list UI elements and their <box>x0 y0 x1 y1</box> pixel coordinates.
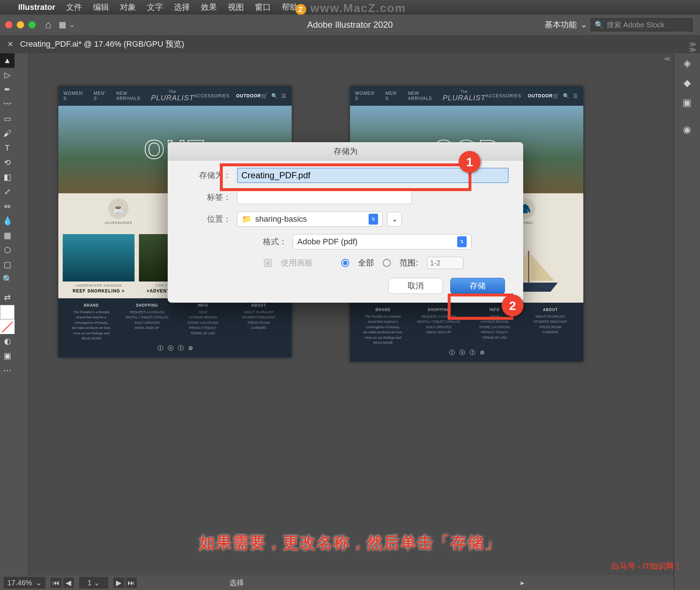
instruction-text: 如果需要，更改名称，然后单击「存储」 <box>199 532 501 554</box>
canvas-area[interactable]: ≪ WOMEN' SMEN' SNEW ARRIVALS ThePLURALIS… <box>29 53 700 590</box>
status-bar: 17.46%⌄ ⏮ ◀ 1 ⌄ ▶ ⏭ 选择 ▸ <box>0 575 674 590</box>
window-maximize-button[interactable] <box>28 21 36 28</box>
mockup-header: WOMEN' SMEN' SNEW ARRIVALS ThePLURALIST … <box>58 86 292 106</box>
menu-file[interactable]: 文件 <box>66 2 82 13</box>
window-close-button[interactable] <box>5 21 12 28</box>
menu-select[interactable]: 选择 <box>174 2 190 13</box>
paintbrush-tool[interactable]: 🖌 <box>0 126 15 141</box>
chevron-right-icon: ▸ <box>521 578 524 587</box>
stroke-color[interactable] <box>0 319 15 334</box>
direct-selection-tool[interactable]: ▷ <box>0 68 15 82</box>
app-title: Adobe Illustrator 2020 <box>307 20 393 30</box>
next-artboard-button[interactable]: ▶ <box>113 578 124 588</box>
edit-toolbar[interactable]: ⋯ <box>0 363 15 378</box>
updown-arrows-icon: ⇅ <box>369 214 378 225</box>
curvature-tool[interactable]: 〰 <box>0 97 15 112</box>
mockup-header: WOMEN' SMEN' SNEW ARRIVALS ThePLURALIST … <box>350 86 583 106</box>
home-icon[interactable]: ⌂ <box>45 19 51 31</box>
tags-input[interactable] <box>237 190 412 204</box>
menu-view[interactable]: 视图 <box>228 2 244 13</box>
location-expand-button[interactable]: ⌄ <box>387 212 402 226</box>
social-icons: ⓣⓥⓕ⊛ <box>355 349 578 357</box>
social-icons: ⓣⓥⓕ⊛ <box>63 345 287 352</box>
layers-panel-icon[interactable]: ◆ <box>674 73 700 93</box>
selection-tool[interactable]: ▲ <box>0 53 15 68</box>
comments-panel-icon[interactable]: ◉ <box>674 120 700 139</box>
eraser-tool[interactable]: ◧ <box>0 170 15 185</box>
format-select[interactable]: Adobe PDF (pdf) ⇅ <box>293 234 471 249</box>
menu-edit[interactable]: 编辑 <box>93 2 109 13</box>
watermark-top: Z www.MacZ.com <box>295 1 406 15</box>
workspace-switcher[interactable]: 基本功能 ⌄ <box>545 19 587 30</box>
tags-label: 标签： <box>182 192 237 203</box>
zoom-tool[interactable]: 🔍 <box>0 272 15 287</box>
callout-1: 1 <box>459 151 481 173</box>
location-label: 位置： <box>182 214 237 225</box>
shape-builder-tool[interactable]: ⬡ <box>0 243 15 257</box>
menu-effect[interactable]: 效果 <box>201 2 217 13</box>
fill-stroke-swap[interactable]: ⇄ <box>0 290 15 305</box>
search-icon: 🔍 <box>595 20 604 29</box>
prev-artboard-button[interactable]: ◀ <box>63 578 74 588</box>
tools-panel: ▲ ▷ ✒ 〰 ▭ 🖌 T ⟲ ◧ ⤢ ⇔ 💧 ▦ ⬡ ▢ 🔍 ⇄ ◐ ▣ ⋯ <box>0 53 29 590</box>
main-area: ▲ ▷ ✒ 〰 ▭ 🖌 T ⟲ ◧ ⤢ ⇔ 💧 ▦ ⬡ ▢ 🔍 ⇄ ◐ ▣ ⋯ … <box>0 53 700 590</box>
search-placeholder: 搜索 Adobe Stock <box>607 20 665 30</box>
artboard-tool[interactable]: ▢ <box>0 257 15 272</box>
width-tool[interactable]: ⇔ <box>0 199 15 214</box>
panels-dock: ≫ ◈ ◆ ▣ ◉ <box>674 53 700 590</box>
screen-mode[interactable]: ▣ <box>0 349 15 363</box>
gradient-tool[interactable]: ▦ <box>0 228 15 243</box>
rotate-tool[interactable]: ⟲ <box>0 155 15 170</box>
last-artboard-button[interactable]: ⏭ <box>126 578 137 588</box>
scale-tool[interactable]: ⤢ <box>0 185 15 199</box>
adobe-stock-search[interactable]: 🔍 搜索 Adobe Stock <box>591 18 693 31</box>
window-traffic-lights <box>5 21 36 28</box>
range-input[interactable] <box>427 257 463 269</box>
watermark-bottom: 白马号 - IT知识网！ <box>611 561 682 572</box>
mockup-footer: BRANDThe Pluralist is a lifestylebrand t… <box>350 303 583 362</box>
save-button[interactable]: 存储 <box>450 278 505 294</box>
app-menu[interactable]: Illustrator <box>18 3 55 12</box>
pen-tool[interactable]: ✒ <box>0 82 15 97</box>
arrange-documents-button[interactable]: ▦ ⌄ <box>59 20 75 30</box>
document-tab-title[interactable]: Creating_PDF.ai* @ 17.46% (RGB/GPU 预览) <box>20 39 184 50</box>
format-label: 格式： <box>220 236 293 247</box>
artboard-number[interactable]: 1 ⌄ <box>79 577 108 589</box>
first-artboard-button[interactable]: ⏮ <box>51 578 62 588</box>
use-artboards-checkbox: ✓ <box>264 259 272 267</box>
folder-icon: 📁 <box>242 214 252 224</box>
cancel-button[interactable]: 取消 <box>388 278 443 294</box>
svg-marker-1 <box>530 253 554 281</box>
type-tool[interactable]: T <box>0 141 15 155</box>
fill-color[interactable] <box>0 305 15 319</box>
header-icons: 🛒🔍☰ <box>553 93 578 99</box>
updown-arrows-icon: ⇅ <box>457 236 467 247</box>
save-as-label: 存储为： <box>182 170 237 181</box>
location-select[interactable]: 📁 sharing-basics ⇅ <box>237 211 383 227</box>
chevron-down-icon: ⌄ <box>36 578 42 587</box>
libraries-panel-icon[interactable]: ▣ <box>674 93 700 112</box>
svg-rect-2 <box>528 251 529 283</box>
menu-object[interactable]: 对象 <box>120 2 136 13</box>
use-artboards-label: 使用画板 <box>281 257 313 268</box>
range-radio[interactable] <box>383 259 391 267</box>
menu-window[interactable]: 窗口 <box>255 2 271 13</box>
properties-panel-icon[interactable]: ◈ <box>674 53 700 73</box>
eyedropper-tool[interactable]: 💧 <box>0 214 15 228</box>
callout-2: 2 <box>502 295 524 317</box>
zoom-level[interactable]: 17.46%⌄ <box>4 577 46 589</box>
tab-close-icon[interactable]: ✕ <box>7 40 13 48</box>
document-tabbar: ✕ Creating_PDF.ai* @ 17.46% (RGB/GPU 预览)… <box>0 35 700 53</box>
range-label: 范围: <box>400 257 418 268</box>
chevron-down-icon: ⌄ <box>580 20 587 30</box>
artboard-nav: ⏮ ◀ <box>51 578 74 588</box>
current-tool-label[interactable]: 选择 <box>229 578 244 588</box>
draw-mode[interactable]: ◐ <box>0 334 15 349</box>
panel-menu-icon[interactable]: ≫ <box>689 45 696 54</box>
header-icons: 🛒🔍☰ <box>261 93 287 99</box>
panels-collapse-icon[interactable]: ≪ <box>664 55 671 63</box>
menu-type[interactable]: 文字 <box>147 2 163 13</box>
all-radio[interactable] <box>341 259 349 267</box>
window-minimize-button[interactable] <box>17 21 24 28</box>
rectangle-tool[interactable]: ▭ <box>0 112 15 126</box>
